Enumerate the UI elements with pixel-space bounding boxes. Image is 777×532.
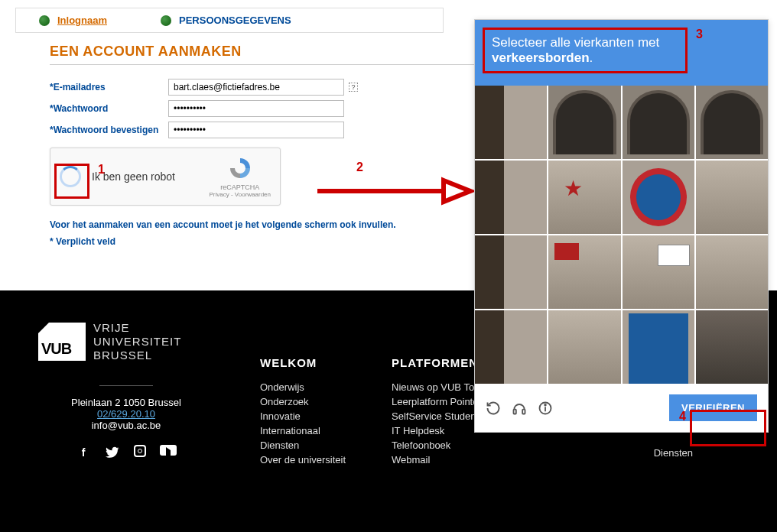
footer-welkom-links: Onderwijs Onderzoek Innovatie Internatio…	[260, 381, 346, 466]
vub-name-l2: UNIVERSITEIT	[93, 335, 181, 349]
recaptcha-links: Privacy - Voorwaarden	[210, 191, 271, 198]
annotation-box-1	[54, 164, 89, 199]
svg-rect-6	[522, 409, 525, 414]
footer-link[interactable]: Over de universiteit	[260, 454, 346, 466]
footer-link[interactable]: Webmail	[392, 454, 496, 466]
status-dot-icon	[39, 15, 50, 26]
step-tabs: Inlognaam PERSOONSGEGEVENS	[15, 8, 444, 33]
vub-logo-mark: VUB	[38, 323, 86, 361]
status-dot-icon	[161, 15, 171, 26]
facebook-icon[interactable]: f	[76, 445, 91, 460]
instruction-text: Voor het aanmaken van een account moet j…	[50, 219, 396, 230]
captcha-tile[interactable]	[623, 161, 694, 234]
footer-link[interactable]: Onderwijs	[260, 381, 346, 393]
vub-logo-text: VUB	[41, 340, 71, 358]
recaptcha-logo-icon	[228, 156, 252, 180]
vub-logo: VUB VRIJE UNIVERSITEIT BRUSSEL	[38, 321, 214, 362]
captcha-tile[interactable]	[696, 235, 768, 309]
email-input[interactable]	[168, 79, 344, 96]
tab-login-label: Inlognaam	[57, 15, 107, 26]
instagram-icon[interactable]	[134, 445, 146, 457]
svg-point-9	[545, 404, 546, 406]
captcha-tile[interactable]	[548, 235, 620, 309]
captcha-tile[interactable]	[623, 235, 694, 309]
password-confirm-label: *Wachtwoord bevestigen	[50, 125, 168, 135]
footer-link[interactable]: Onderzoek	[260, 396, 346, 407]
footer-link[interactable]: Diensten	[260, 440, 346, 451]
captcha-tile[interactable]	[475, 86, 547, 159]
captcha-tile[interactable]	[475, 161, 547, 234]
tab-personal[interactable]: PERSOONSGEGEVENS	[161, 15, 291, 26]
password-label: *Wachtwoord	[50, 103, 168, 114]
vub-name: VRIJE UNIVERSITEIT BRUSSEL	[93, 321, 181, 362]
captcha-tile[interactable]	[548, 86, 620, 159]
annotation-number-4: 4	[679, 410, 686, 423]
info-icon[interactable]	[538, 401, 553, 416]
annotation-arrow-icon	[314, 176, 474, 206]
audio-icon[interactable]	[512, 401, 527, 416]
footer-link[interactable]: Innovatie	[260, 410, 346, 422]
captcha-tile[interactable]	[548, 310, 620, 384]
footer-link[interactable]: Internationaal	[260, 425, 346, 436]
recaptcha-image-grid	[475, 86, 768, 384]
footer-extra-diensten[interactable]: Diensten	[654, 447, 693, 459]
captcha-tile[interactable]	[548, 161, 620, 234]
footer-phone-link[interactable]: 02/629.20.10	[97, 408, 155, 420]
password-input[interactable]	[168, 100, 344, 117]
reload-icon[interactable]	[486, 401, 501, 416]
svg-marker-1	[444, 180, 470, 202]
annotation-number-2: 2	[356, 161, 363, 174]
annotation-box-4	[690, 410, 766, 446]
youtube-icon[interactable]	[160, 445, 177, 456]
footer-col-brand: VUB VRIJE UNIVERSITEIT BRUSSEL Pleinlaan…	[38, 321, 214, 501]
tab-personal-label: PERSOONSGEGEVENS	[179, 15, 291, 26]
recaptcha-brand-text: reCAPTCHA	[210, 183, 271, 191]
footer-col-welkom: WELKOM Onderwijs Onderzoek Innovatie Int…	[260, 356, 346, 501]
captcha-tile[interactable]	[696, 310, 768, 384]
captcha-tile[interactable]	[475, 235, 547, 309]
footer-link[interactable]: Telefoonboek	[392, 440, 496, 451]
captcha-tile[interactable]	[623, 86, 694, 159]
footer-email: info@vub.ac.be	[38, 420, 214, 431]
recaptcha-brand: reCAPTCHA Privacy - Voorwaarden	[210, 156, 271, 198]
footer-contact: Pleinlaan 2 1050 Brussel 02/629.20.10 in…	[38, 397, 214, 431]
email-label: *E-mailadres	[50, 82, 168, 92]
twitter-icon[interactable]	[105, 445, 120, 460]
annotation-number-1: 1	[98, 163, 105, 177]
vub-name-l3: BRUSSEL	[93, 349, 181, 362]
footer-divider	[99, 385, 153, 386]
captcha-tile[interactable]	[623, 310, 694, 384]
required-note: * Verplicht veld	[50, 236, 396, 247]
captcha-tile[interactable]	[696, 161, 768, 234]
password-confirm-input[interactable]	[168, 122, 344, 138]
social-row: f	[38, 445, 214, 460]
footer-welkom-heading: WELKOM	[260, 356, 346, 369]
annotation-number-3: 3	[696, 28, 703, 41]
help-icon[interactable]: ?	[349, 83, 358, 92]
svg-rect-5	[514, 409, 516, 414]
footer-address: Pleinlaan 2 1050 Brussel	[38, 397, 214, 408]
tab-login[interactable]: Inlognaam	[39, 15, 107, 26]
captcha-tile[interactable]	[696, 86, 768, 159]
annotation-box-3	[483, 28, 688, 73]
vub-name-l1: VRIJE	[93, 321, 181, 335]
recaptcha-challenge-panel: Selecteer alle vierkanten met verkeersbo…	[474, 19, 769, 433]
captcha-tile[interactable]	[475, 310, 547, 384]
